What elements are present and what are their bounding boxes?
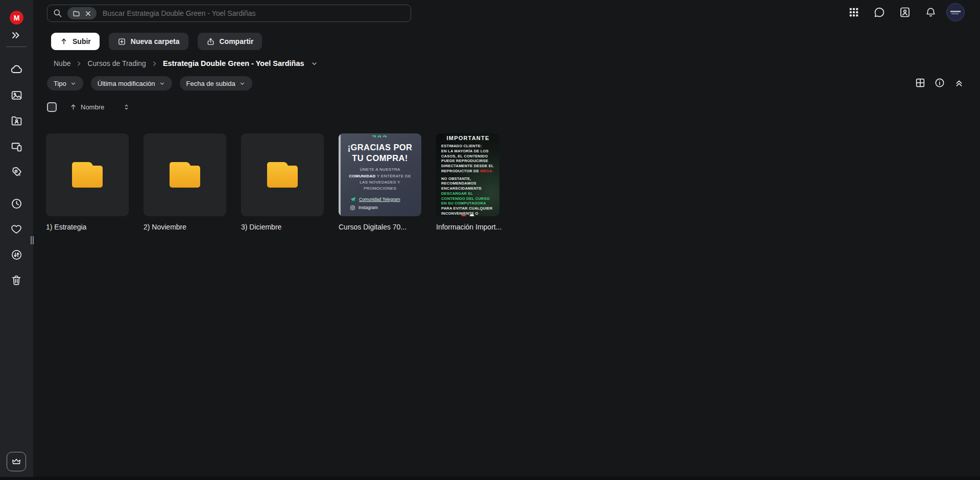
double-chevron-right-icon: [10, 30, 21, 41]
item-name[interactable]: 2) Noviembre: [144, 223, 226, 231]
clear-scope-icon[interactable]: [85, 10, 91, 17]
chevron-down-icon: [70, 80, 77, 87]
view-controls: [914, 77, 965, 89]
contacts-icon: [899, 6, 911, 18]
file-grid: 1) Estrategia 2) Noviembre 3) Diciembre …: [46, 133, 501, 231]
expand-sidebar-button[interactable]: [10, 30, 21, 41]
double-chevron-up-icon: [954, 78, 964, 88]
telegram-row: Comunidad Telegram: [350, 196, 421, 202]
grid-cell: IMPORTANTE ESTIMADO CLIENTE: EN LA MAYOR…: [436, 133, 501, 231]
filter-last-modified-label: Última modificación: [98, 80, 155, 87]
share-button[interactable]: Compartir: [198, 33, 262, 50]
image-thumbnail-gracias[interactable]: 702 ¡GRACIAS POR TU COMPRA! ÚNETE A NUES…: [339, 133, 421, 216]
search-icon: [53, 8, 63, 18]
sidebar-item-transfers[interactable]: [7, 245, 26, 264]
devices-icon: [10, 140, 23, 153]
transfers-icon: [10, 248, 23, 261]
sort-selector-button[interactable]: [123, 103, 130, 111]
telegram-icon: [350, 196, 356, 202]
folder-tile[interactable]: [241, 133, 324, 216]
item-name[interactable]: 1) Estrategia: [46, 223, 129, 231]
thumb-subtitle: ÚNETE A NUESTRA COMUNIDAD Y ENTÉRATE DE …: [339, 167, 421, 192]
photos-icon: [10, 89, 23, 102]
new-folder-button[interactable]: Nueva carpeta: [109, 33, 188, 50]
topbar-icons: [847, 5, 938, 19]
clock-icon: [10, 197, 23, 210]
new-folder-icon: [117, 37, 126, 46]
sidebar-item-recents[interactable]: [7, 194, 26, 213]
filter-last-modified[interactable]: Última modificación: [91, 76, 172, 90]
new-folder-button-label: Nueva carpeta: [131, 37, 180, 45]
item-name[interactable]: Cursos Digitales 70...: [339, 223, 421, 231]
search-input[interactable]: [103, 9, 405, 17]
notifications-button[interactable]: [923, 5, 938, 19]
bell-icon: [925, 7, 937, 18]
folder-icon: [267, 162, 298, 188]
sort-by-name[interactable]: Nombre: [69, 103, 104, 111]
crown-icon: [11, 456, 22, 467]
upload-button-label: Subir: [73, 37, 91, 45]
chevron-right-icon: [76, 60, 82, 67]
share-button-label: Compartir: [220, 37, 254, 45]
contacts-button[interactable]: [898, 5, 912, 19]
grid-cell: 3) Diciembre: [241, 133, 324, 231]
apps-menu-button[interactable]: [847, 5, 861, 19]
grid-view-icon: [915, 77, 926, 88]
grid-view-button[interactable]: [914, 77, 926, 89]
filter-upload-date[interactable]: Fecha de subida: [180, 76, 252, 90]
sort-direction-arrow-icon: [69, 103, 77, 111]
upload-button[interactable]: Subir: [51, 33, 100, 50]
item-name[interactable]: Información Import...: [436, 223, 501, 231]
thumb-clipped-text: 702: [339, 133, 421, 138]
breadcrumb-menu-button[interactable]: [310, 60, 318, 67]
account-avatar[interactable]: [946, 3, 965, 21]
image-thumbnail-importante[interactable]: IMPORTANTE ESTIMADO CLIENTE: EN LA MAYOR…: [436, 133, 499, 216]
sidebar-item-shared-folders[interactable]: [7, 111, 26, 130]
cloud-icon: [10, 63, 23, 76]
sort-label: Nombre: [81, 103, 104, 111]
info-icon: [934, 77, 945, 88]
grid-cell: 1) Estrategia: [46, 133, 129, 231]
folder-icon: [72, 162, 103, 188]
breadcrumb-parent[interactable]: Cursos de Trading: [87, 59, 146, 67]
folder-icon: [73, 10, 80, 17]
mega-logo[interactable]: M: [10, 11, 23, 25]
thumb-paragraph-1: ESTIMADO CLIENTE: EN LA MAYORÍA DE LOS C…: [441, 144, 495, 174]
select-all-checkbox[interactable]: [47, 102, 57, 112]
upgrade-pro-button[interactable]: [7, 452, 26, 471]
sidebar-item-rubbish-bin[interactable]: [7, 270, 26, 290]
thumb-title: ¡GRACIAS POR TU COMPRA!: [339, 142, 421, 163]
sidebar-divider: [6, 47, 27, 47]
sidebar-item-devices[interactable]: [7, 136, 26, 156]
heart-icon: [10, 223, 22, 235]
search-bar[interactable]: [47, 5, 411, 22]
folder-tile[interactable]: [46, 133, 129, 216]
item-name[interactable]: 3) Diciembre: [241, 223, 324, 231]
share-icon: [206, 37, 215, 46]
chevron-right-icon: [151, 60, 158, 67]
filter-upload-date-label: Fecha de subida: [186, 80, 235, 87]
tags-icon: [10, 166, 23, 178]
info-panel-button[interactable]: [934, 77, 946, 89]
search-scope-chip[interactable]: [67, 7, 97, 19]
folder-icon: [170, 162, 200, 188]
sidebar-resize-handle[interactable]: [31, 236, 34, 244]
chat-button[interactable]: [872, 5, 887, 19]
folder-tile[interactable]: [144, 133, 226, 216]
highlighted-advice-text: DESCARGAR EL CONTENIDO DEL CURSO EN SU C…: [441, 191, 490, 206]
sidebar-item-tags[interactable]: [7, 162, 26, 181]
sidebar-item-photos[interactable]: [7, 85, 26, 105]
breadcrumb-current[interactable]: Estrategia Double Green - Yoel Sardiñas: [163, 59, 304, 67]
collapse-header-button[interactable]: [953, 77, 965, 89]
filter-type[interactable]: Tipo: [47, 76, 83, 90]
breadcrumb-cloud[interactable]: Nube: [54, 59, 70, 67]
thumbnail-edge: [339, 133, 341, 216]
instagram-row: Instagram: [350, 205, 421, 211]
telegram-link-label: Comunidad Telegram: [359, 197, 400, 202]
sidebar-item-cloud-drive[interactable]: [7, 60, 26, 79]
apps-grid-icon: [848, 7, 859, 18]
sidebar-item-favourites[interactable]: [7, 219, 26, 239]
trash-icon: [10, 274, 22, 286]
action-toolbar: Subir Nueva carpeta Compartir: [51, 33, 262, 50]
sidebar: M: [0, 0, 33, 477]
